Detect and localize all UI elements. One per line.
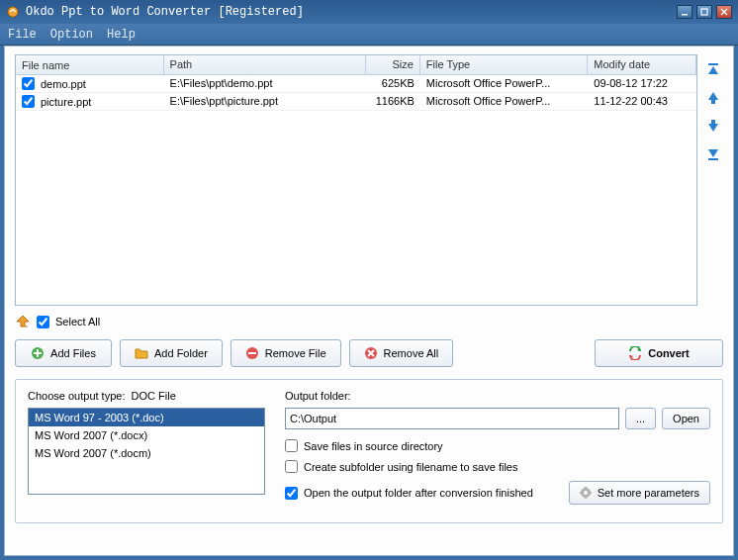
col-header-date[interactable]: Modify date xyxy=(588,55,696,74)
output-folder-label: Output folder: xyxy=(285,390,710,402)
remove-all-label: Remove All xyxy=(384,347,439,359)
remove-file-button[interactable]: Remove File xyxy=(231,339,341,367)
row-size: 625KB xyxy=(366,75,420,92)
svg-rect-7 xyxy=(248,352,256,354)
browse-button[interactable]: ... xyxy=(625,408,656,429)
move-top-button[interactable] xyxy=(705,62,721,78)
create-subfolder-label: Create subfolder using filename to save … xyxy=(304,461,517,473)
menu-file[interactable]: File xyxy=(8,28,37,42)
remove-all-icon xyxy=(364,346,378,360)
row-path: E:\Files\ppt\picture.ppt xyxy=(164,93,366,110)
svg-rect-11 xyxy=(585,487,587,489)
menu-help[interactable]: Help xyxy=(107,28,136,42)
svg-rect-1 xyxy=(682,14,688,16)
window-title: Okdo Ppt to Word Converter [Registered] xyxy=(26,5,677,19)
titlebar: Okdo Ppt to Word Converter [Registered] xyxy=(0,0,738,24)
col-header-size[interactable]: Size xyxy=(366,55,420,74)
move-down-button[interactable] xyxy=(705,118,721,134)
output-folder-input[interactable] xyxy=(285,408,619,429)
save-source-checkbox[interactable] xyxy=(285,439,298,452)
col-header-path[interactable]: Path xyxy=(164,55,366,74)
col-header-type[interactable]: File Type xyxy=(420,55,589,74)
create-subfolder-checkbox[interactable] xyxy=(285,460,298,473)
move-up-button[interactable] xyxy=(705,90,721,106)
row-path: E:\Files\ppt\demo.ppt xyxy=(164,75,366,92)
select-all-checkbox[interactable] xyxy=(37,316,49,328)
minus-icon xyxy=(245,346,259,360)
row-filename: demo.ppt xyxy=(41,78,86,90)
menu-option[interactable]: Option xyxy=(50,28,93,42)
output-type-item[interactable]: MS Word 97 - 2003 (*.doc) xyxy=(29,409,264,426)
add-folder-label: Add Folder xyxy=(154,347,208,359)
row-type: Microsoft Office PowerP... xyxy=(420,93,589,110)
output-type-item[interactable]: MS Word 2007 (*.docx) xyxy=(29,426,264,444)
output-type-item[interactable]: MS Word 2007 (*.docm) xyxy=(29,444,264,462)
table-row[interactable]: picture.pptE:\Files\ppt\picture.ppt1166K… xyxy=(16,93,696,111)
table-row[interactable]: demo.pptE:\Files\ppt\demo.ppt625KBMicros… xyxy=(16,75,696,93)
add-files-label: Add Files xyxy=(50,347,96,359)
gear-icon xyxy=(580,487,592,499)
set-more-parameters-label: Set more parameters xyxy=(598,487,699,499)
svg-rect-3 xyxy=(708,63,718,65)
row-date: 11-12-22 00:43 xyxy=(588,93,696,110)
minimize-button[interactable] xyxy=(677,5,692,19)
output-type-list[interactable]: MS Word 97 - 2003 (*.doc)MS Word 2007 (*… xyxy=(28,408,265,495)
move-bottom-button[interactable] xyxy=(705,145,721,161)
col-header-name[interactable]: File name xyxy=(16,55,164,74)
maximize-button[interactable] xyxy=(696,5,712,19)
app-icon xyxy=(6,5,20,19)
svg-rect-14 xyxy=(590,492,592,494)
convert-label: Convert xyxy=(648,347,690,359)
folder-icon xyxy=(135,346,148,360)
svg-point-0 xyxy=(8,7,19,18)
svg-rect-12 xyxy=(585,497,587,499)
remove-all-button[interactable]: Remove All xyxy=(349,339,454,367)
convert-button[interactable]: Convert xyxy=(595,339,723,367)
row-filename: picture.ppt xyxy=(41,96,91,108)
row-checkbox[interactable] xyxy=(22,77,35,90)
row-date: 09-08-12 17:22 xyxy=(588,75,696,92)
row-checkbox[interactable] xyxy=(22,95,35,108)
open-after-label: Open the output folder after conversion … xyxy=(304,487,533,499)
menubar: File Option Help xyxy=(0,24,738,46)
svg-point-10 xyxy=(584,491,588,495)
add-folder-button[interactable]: Add Folder xyxy=(120,339,223,367)
open-after-checkbox[interactable] xyxy=(285,487,298,500)
svg-rect-13 xyxy=(580,492,582,494)
row-type: Microsoft Office PowerP... xyxy=(420,75,589,92)
file-table: File name Path Size File Type Modify dat… xyxy=(15,54,697,306)
row-size: 1166KB xyxy=(366,93,420,110)
choose-output-type-label: Choose output type: DOC File xyxy=(28,390,265,402)
close-button[interactable] xyxy=(716,5,732,19)
open-folder-button[interactable]: Open xyxy=(662,408,710,429)
plus-icon xyxy=(31,346,45,360)
set-more-parameters-button[interactable]: Set more parameters xyxy=(569,481,710,505)
save-source-label: Save files in source directory xyxy=(304,440,443,452)
select-all-label: Select All xyxy=(55,316,100,327)
svg-rect-4 xyxy=(708,158,718,160)
add-files-button[interactable]: Add Files xyxy=(15,339,112,367)
remove-file-label: Remove File xyxy=(265,347,326,359)
folder-up-icon[interactable] xyxy=(15,314,31,329)
svg-rect-2 xyxy=(701,9,707,15)
convert-icon xyxy=(628,346,642,360)
